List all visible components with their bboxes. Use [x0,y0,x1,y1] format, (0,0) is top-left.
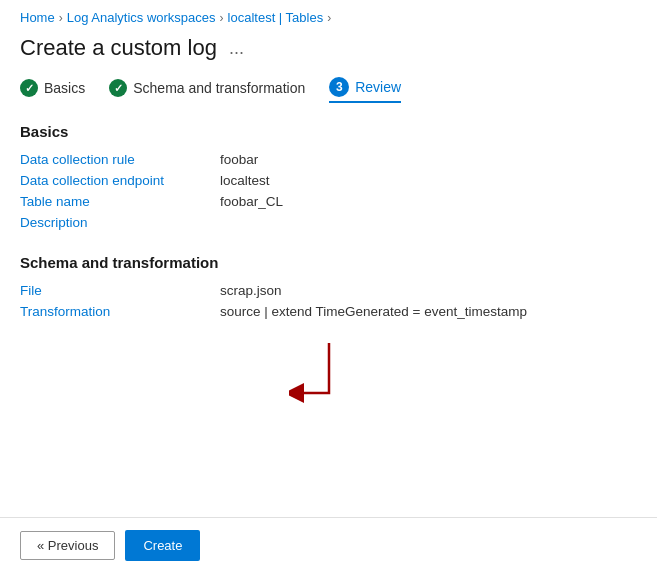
step-basics-label: Basics [44,80,85,96]
breadcrumb-tables[interactable]: localtest | Tables [228,10,324,25]
review-row-transform: Transformation source | extend TimeGener… [20,304,637,319]
breadcrumb-workspaces[interactable]: Log Analytics workspaces [67,10,216,25]
step-completed-icon-2 [109,79,127,97]
basics-section: Basics Data collection rule foobar Data … [20,123,637,230]
footer: « Previous Create [0,517,657,573]
create-button[interactable]: Create [125,530,200,561]
arrow-icon [289,338,369,408]
wizard-steps: Basics Schema and transformation 3 Revie… [0,77,657,123]
page-title: Create a custom log [20,35,217,61]
content-area: Basics Data collection rule foobar Data … [0,123,657,433]
review-row-desc: Description [20,215,637,230]
previous-button[interactable]: « Previous [20,531,115,560]
breadcrumb-home[interactable]: Home [20,10,55,25]
review-row-dcr: Data collection rule foobar [20,152,637,167]
step-completed-icon [20,79,38,97]
dce-value: localtest [220,173,270,188]
page-title-row: Create a custom log ... [0,31,657,77]
transform-value: source | extend TimeGenerated = event_ti… [220,304,527,319]
dcr-value: foobar [220,152,258,167]
dce-label: Data collection endpoint [20,173,220,188]
basics-section-title: Basics [20,123,637,140]
schema-section-title: Schema and transformation [20,254,637,271]
breadcrumb: Home › Log Analytics workspaces › localt… [0,0,657,31]
table-value: foobar_CL [220,194,283,209]
table-label: Table name [20,194,220,209]
step-schema-label: Schema and transformation [133,80,305,96]
ellipsis-button[interactable]: ... [225,36,248,61]
review-row-table: Table name foobar_CL [20,194,637,209]
step-schema[interactable]: Schema and transformation [109,79,305,101]
step-basics[interactable]: Basics [20,79,85,101]
file-value: scrap.json [220,283,282,298]
review-row-dce: Data collection endpoint localtest [20,173,637,188]
arrow-container [20,343,637,403]
review-row-file: File scrap.json [20,283,637,298]
step-review-label: Review [355,79,401,95]
desc-label: Description [20,215,220,230]
dcr-label: Data collection rule [20,152,220,167]
transform-label: Transformation [20,304,220,319]
step-review-num: 3 [329,77,349,97]
schema-section: Schema and transformation File scrap.jso… [20,254,637,319]
step-review[interactable]: 3 Review [329,77,401,103]
file-label: File [20,283,220,298]
